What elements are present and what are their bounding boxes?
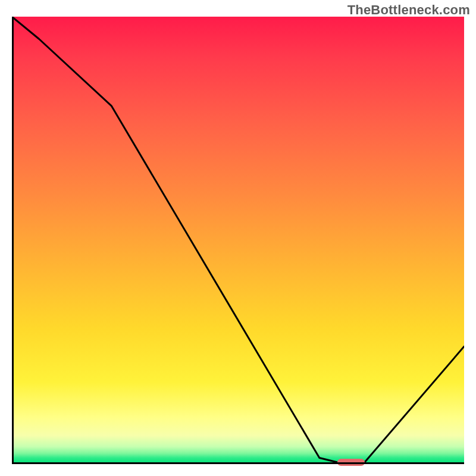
watermark-text: TheBottleneck.com: [347, 2, 470, 18]
chart-container: TheBottleneck.com: [0, 0, 476, 476]
background-gradient: [14, 17, 464, 462]
optimum-marker: [337, 459, 365, 466]
plot-area: [12, 17, 464, 464]
